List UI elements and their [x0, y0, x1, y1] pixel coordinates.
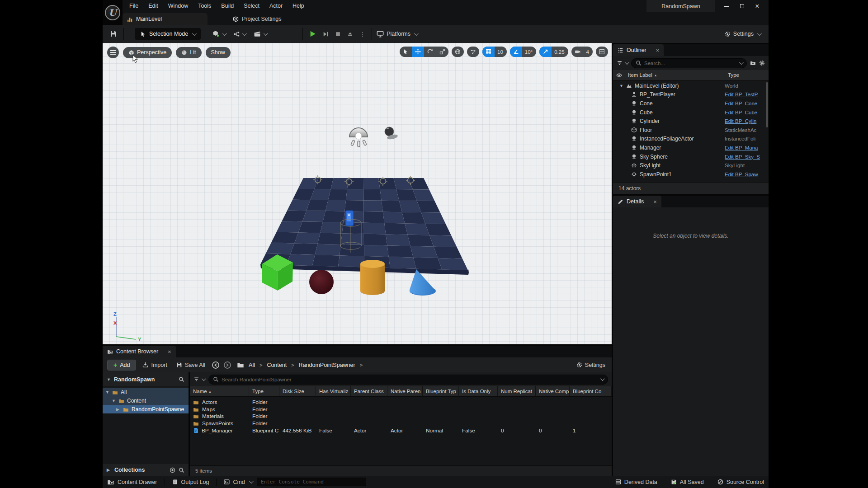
- scene-render[interactable]: Z X Y: [103, 43, 612, 344]
- collections-section[interactable]: ▶ Collections: [103, 464, 189, 476]
- surface-snap-button[interactable]: [467, 47, 479, 57]
- edit-blueprint-link[interactable]: Edit BP_Sky_S: [725, 154, 769, 160]
- menu-help[interactable]: Help: [288, 0, 309, 12]
- caret-down-icon[interactable]: ▼: [112, 399, 116, 403]
- content-drawer-button[interactable]: Content Drawer: [107, 479, 157, 486]
- outliner-settings-gear-icon[interactable]: [759, 60, 765, 66]
- column-is-data-only[interactable]: Is Data Only: [459, 386, 498, 396]
- source-control-button[interactable]: Source Control: [717, 479, 764, 485]
- selection-mode-dropdown[interactable]: Selection Mode: [135, 28, 201, 40]
- scale-snap-toggle[interactable]: [539, 47, 552, 57]
- breadcrumb-randompointspawner[interactable]: RandomPointSpawner: [299, 362, 355, 368]
- column-blueprint-components[interactable]: Blueprint Co: [570, 386, 612, 396]
- scrollbar[interactable]: [766, 82, 768, 127]
- outliner-filter-button[interactable]: [617, 60, 628, 66]
- play-icon[interactable]: [309, 30, 316, 38]
- play-options-kebab-icon[interactable]: ⋮: [359, 31, 365, 38]
- editor-settings-dropdown[interactable]: Settings: [725, 31, 760, 37]
- scale-tool-button[interactable]: [436, 47, 448, 57]
- menu-build[interactable]: Build: [216, 0, 239, 12]
- column-item-label[interactable]: Item Label▲: [625, 70, 725, 80]
- forward-button[interactable]: [223, 361, 231, 369]
- menu-actor[interactable]: Actor: [264, 0, 288, 12]
- add-actor-button[interactable]: [212, 30, 226, 38]
- breadcrumb-content[interactable]: Content: [267, 362, 287, 368]
- add-button[interactable]: + Add: [107, 360, 136, 371]
- stop-icon[interactable]: [335, 31, 341, 37]
- save-level-button[interactable]: [108, 28, 119, 39]
- rotation-snap-toggle[interactable]: [510, 47, 522, 57]
- edit-blueprint-link[interactable]: Edit BP_Cube: [725, 110, 769, 115]
- sources-header[interactable]: ▼ RandomSpawn: [103, 372, 189, 386]
- table-row[interactable]: BP_Manager Blueprint C 442.556 KiB False…: [190, 427, 612, 434]
- close-button[interactable]: ×: [752, 1, 762, 11]
- output-log-button[interactable]: Output Log: [172, 479, 209, 485]
- column-blueprint-type[interactable]: Blueprint Typ: [423, 386, 459, 396]
- column-has-virtualized[interactable]: Has Virtualiz: [316, 386, 351, 396]
- tree-item-all[interactable]: ▼ All: [103, 388, 189, 396]
- maximize-button[interactable]: [737, 1, 747, 11]
- edit-blueprint-link[interactable]: Edit BP_Cone: [725, 101, 769, 106]
- console-command-input[interactable]: [257, 478, 366, 486]
- import-button[interactable]: Import: [140, 362, 170, 368]
- scale-snap-value[interactable]: 0.25: [552, 47, 568, 57]
- asset-search-input[interactable]: [222, 377, 597, 382]
- edit-blueprint-link[interactable]: Edit BP_Cylin: [725, 118, 769, 124]
- camera-speed-button[interactable]: [571, 47, 584, 57]
- tab-mainlevel[interactable]: MainLevel: [123, 13, 208, 25]
- column-native-parent[interactable]: Native Paren: [387, 386, 423, 396]
- tree-item-content[interactable]: ▼ Content: [103, 396, 189, 405]
- world-local-toggle[interactable]: [452, 47, 464, 57]
- close-icon[interactable]: ×: [656, 47, 660, 54]
- cmd-dropdown[interactable]: Cmd: [224, 479, 252, 485]
- player-character[interactable]: [345, 211, 354, 226]
- cinematics-button[interactable]: [254, 30, 267, 38]
- grid-snap-value[interactable]: 10: [495, 47, 507, 57]
- asset-search[interactable]: [208, 375, 608, 385]
- table-row[interactable]: Materials Folder: [190, 413, 612, 420]
- lit-dropdown[interactable]: Lit: [176, 47, 201, 58]
- table-row[interactable]: Sky Sphere Edit BP_Sky_S: [613, 152, 769, 161]
- search-icon[interactable]: [179, 467, 184, 473]
- table-row[interactable]: Cylinder Edit BP_Cylin: [613, 117, 769, 126]
- tree-item-randompointspawner[interactable]: ▶ RandomPointSpawne: [103, 405, 189, 413]
- table-row[interactable]: SpawnPoint1 Edit BP_Spaw: [613, 170, 769, 179]
- table-row[interactable]: SkyLight SkyLight: [613, 161, 769, 170]
- add-collection-icon[interactable]: [170, 467, 175, 473]
- edit-blueprint-link[interactable]: Edit BP_Mana: [725, 145, 769, 150]
- column-parent-class[interactable]: Parent Class: [351, 386, 387, 396]
- all-saved-button[interactable]: All Saved: [671, 479, 704, 485]
- sky-sphere-icon[interactable]: [385, 127, 398, 140]
- table-row[interactable]: SpawnPoints Folder: [190, 420, 612, 427]
- select-tool-button[interactable]: [400, 47, 412, 57]
- floor-plane[interactable]: [260, 178, 468, 270]
- column-disk-size[interactable]: Disk Size: [279, 386, 316, 396]
- tab-content-browser[interactable]: Content Browser ×: [103, 346, 176, 357]
- outliner-search-input[interactable]: [644, 61, 736, 66]
- table-row[interactable]: Maps Folder: [190, 406, 612, 413]
- eye-icon[interactable]: [616, 72, 622, 78]
- new-folder-icon[interactable]: [750, 60, 756, 66]
- rotation-snap-value[interactable]: 10°: [522, 47, 536, 57]
- camera-speed-value[interactable]: 4: [584, 47, 593, 57]
- tab-details[interactable]: Details ×: [613, 196, 661, 207]
- caret-down-icon[interactable]: ▼: [105, 390, 110, 394]
- close-icon[interactable]: ×: [653, 198, 657, 205]
- viewport-options-button[interactable]: [107, 47, 119, 58]
- table-row[interactable]: Cone Edit BP_Cone: [613, 99, 769, 108]
- menu-file[interactable]: File: [124, 0, 143, 12]
- table-row[interactable]: Manager Edit BP_Mana: [613, 143, 769, 152]
- table-row[interactable]: Actors Folder: [190, 399, 612, 406]
- perspective-dropdown[interactable]: Perspective: [123, 47, 172, 58]
- menu-edit[interactable]: Edit: [143, 0, 163, 12]
- menu-tools[interactable]: Tools: [193, 0, 216, 12]
- filter-button[interactable]: [193, 376, 205, 382]
- maroon-sphere[interactable]: [309, 270, 334, 294]
- grid-snap-toggle[interactable]: [482, 47, 495, 57]
- column-num-replicated[interactable]: Num Replicat: [498, 386, 536, 396]
- platforms-dropdown[interactable]: Platforms: [377, 30, 417, 38]
- table-row[interactable]: ▼MainLevel (Editor) World: [613, 81, 769, 90]
- column-type[interactable]: Type: [249, 386, 279, 396]
- breadcrumb-all[interactable]: All: [249, 362, 255, 368]
- minimize-button[interactable]: [722, 1, 731, 11]
